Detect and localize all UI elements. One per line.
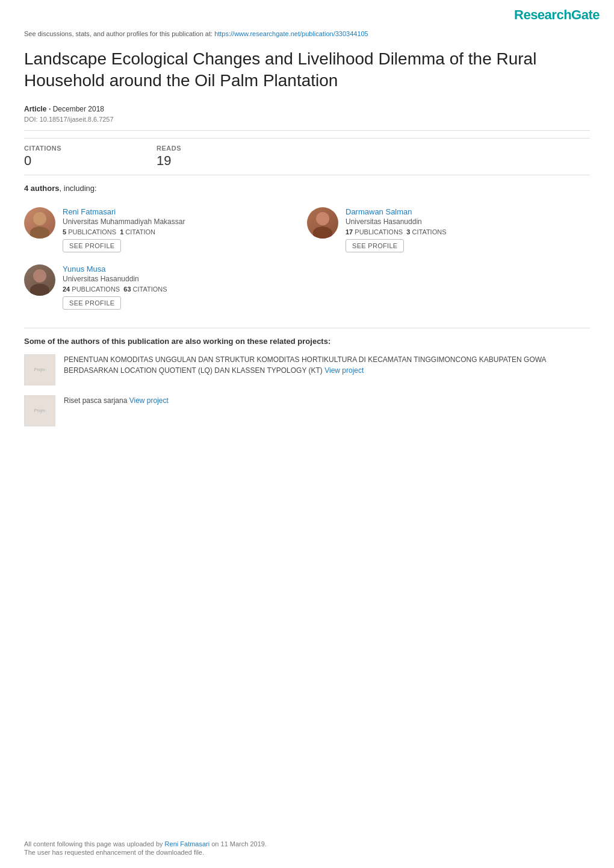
project-text-1: PENENTUAN KOMODITAS UNGGULAN DAN STRUKTU… bbox=[64, 354, 590, 376]
author-info-reni: Reni Fatmasari Universitas Muhammadiyah … bbox=[63, 207, 307, 252]
reni-cites-count: 1 bbox=[120, 228, 123, 236]
footer-text-before: All content following this page was uplo… bbox=[24, 840, 165, 848]
footer-uploader-link[interactable]: Reni Fatmasari bbox=[165, 840, 210, 848]
related-projects-section: Some of the authors of this publication … bbox=[24, 337, 590, 426]
reni-pubs-count: 5 bbox=[63, 228, 66, 236]
darmawan-cites-count: 3 bbox=[406, 228, 410, 236]
top-notice-text: See discussions, stats, and author profi… bbox=[24, 30, 214, 37]
author-affiliation-darmawan: Universitas Hasanuddin bbox=[346, 217, 590, 226]
author-card-yunus: Yunus Musa Universitas Hasanuddin 24 PUB… bbox=[24, 258, 307, 316]
article-meta: Article · December 2018 bbox=[24, 104, 590, 113]
author-name-yunus[interactable]: Yunus Musa bbox=[63, 264, 106, 273]
project-thumbnail-label-1: Projm bbox=[33, 366, 46, 373]
publication-url[interactable]: https://www.researchgate.net/publication… bbox=[214, 30, 368, 37]
article-type: Article bbox=[24, 105, 46, 113]
see-profile-darmawan[interactable]: SEE PROFILE bbox=[346, 239, 404, 252]
project-description-1: PENENTUAN KOMODITAS UNGGULAN DAN STRUKTU… bbox=[64, 355, 546, 375]
project-thumbnail-2: Projm bbox=[24, 395, 55, 426]
author-name-darmawan[interactable]: Darmawan Salman bbox=[346, 207, 412, 216]
project-description-2: Riset pasca sarjana bbox=[64, 396, 129, 405]
project-view-link-1[interactable]: View project bbox=[324, 366, 364, 375]
article-doi: DOI: 10.18517/ijaseit.8.6.7257 bbox=[24, 116, 590, 123]
researchgate-logo[interactable]: ResearchGate bbox=[514, 7, 600, 22]
project-item-2: Projm Riset pasca sarjana View project bbox=[24, 395, 590, 426]
author-stats-darmawan: 17 PUBLICATIONS 3 CITATIONS bbox=[346, 228, 590, 236]
yunus-cites-count: 63 bbox=[123, 286, 131, 293]
footer-line2: The user has requested enhancement of th… bbox=[24, 849, 590, 856]
see-profile-reni[interactable]: SEE PROFILE bbox=[63, 239, 121, 252]
authors-count: 4 authors bbox=[24, 184, 60, 193]
footer: All content following this page was uplo… bbox=[24, 840, 590, 856]
citations-label: CITATIONS bbox=[24, 145, 157, 152]
author-info-yunus: Yunus Musa Universitas Hasanuddin 24 PUB… bbox=[63, 264, 307, 310]
project-item-1: Projm PENENTUAN KOMODITAS UNGGULAN DAN S… bbox=[24, 354, 590, 386]
divider-1 bbox=[24, 130, 590, 131]
top-notice: See discussions, stats, and author profi… bbox=[24, 30, 590, 37]
author-stats-yunus: 24 PUBLICATIONS 63 CITATIONS bbox=[63, 286, 307, 293]
footer-line1: All content following this page was uplo… bbox=[24, 840, 590, 848]
avatar-darmawan bbox=[307, 207, 338, 239]
article-date: December 2018 bbox=[53, 105, 104, 113]
article-separator: · bbox=[49, 105, 53, 113]
author-card-reni: Reni Fatmasari Universitas Muhammadiyah … bbox=[24, 201, 307, 258]
paper-title: Landscape Ecological Changes and Livelih… bbox=[24, 48, 590, 92]
stats-row: CITATIONS 0 READS 19 bbox=[24, 138, 590, 175]
citations-value: 0 bbox=[24, 153, 157, 169]
reads-block: READS 19 bbox=[157, 145, 289, 169]
footer-text-after: on 11 March 2019. bbox=[209, 840, 267, 848]
yunus-pubs-count: 24 bbox=[63, 286, 70, 293]
project-thumbnail-label-2: Projm bbox=[33, 407, 46, 414]
reads-label: READS bbox=[157, 145, 289, 152]
author-affiliation-yunus: Universitas Hasanuddin bbox=[63, 275, 307, 283]
citations-block: CITATIONS 0 bbox=[24, 145, 157, 169]
author-name-reni[interactable]: Reni Fatmasari bbox=[63, 207, 116, 216]
divider-2 bbox=[24, 328, 590, 328]
reads-value: 19 bbox=[157, 153, 289, 169]
authors-including: , including: bbox=[60, 184, 97, 193]
darmawan-pubs-count: 17 bbox=[346, 228, 353, 236]
header-logo-area: ResearchGate bbox=[514, 7, 600, 23]
author-affiliation-reni: Universitas Muhammadiyah Makassar bbox=[63, 217, 307, 226]
author-info-darmawan: Darmawan Salman Universitas Hasanuddin 1… bbox=[346, 207, 590, 252]
project-thumbnail-1: Projm bbox=[24, 354, 55, 386]
authors-grid: Reni Fatmasari Universitas Muhammadiyah … bbox=[24, 201, 590, 316]
author-card-darmawan: Darmawan Salman Universitas Hasanuddin 1… bbox=[307, 201, 590, 258]
related-projects-header: Some of the authors of this publication … bbox=[24, 337, 590, 346]
authors-header: 4 authors, including: bbox=[24, 184, 590, 193]
avatar-reni bbox=[24, 207, 55, 239]
project-text-2: Riset pasca sarjana View project bbox=[64, 395, 590, 406]
author-stats-reni: 5 PUBLICATIONS 1 CITATION bbox=[63, 228, 307, 236]
main-content: Landscape Ecological Changes and Livelih… bbox=[24, 48, 590, 426]
avatar-yunus bbox=[24, 264, 55, 296]
see-profile-yunus[interactable]: SEE PROFILE bbox=[63, 296, 121, 310]
project-view-link-2[interactable]: View project bbox=[129, 396, 169, 405]
